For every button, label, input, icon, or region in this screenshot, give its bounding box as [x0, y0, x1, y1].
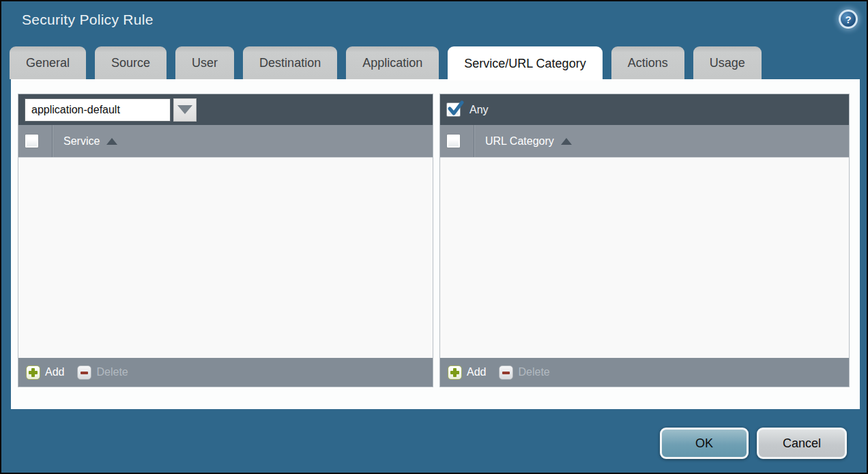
minus-icon: [499, 365, 513, 380]
service-delete-button[interactable]: Delete: [77, 365, 128, 380]
minus-icon: [77, 365, 91, 380]
service-column-label: Service: [63, 135, 100, 148]
tab-user[interactable]: User: [175, 46, 234, 79]
service-panel-footer: Add Delete: [18, 358, 433, 387]
chevron-down-icon: [177, 105, 192, 114]
service-panel-toolbar: application-default: [18, 94, 433, 125]
url-category-list: [440, 158, 849, 358]
service-type-dropdown[interactable]: application-default: [25, 98, 171, 122]
url-category-column-sort[interactable]: URL Category: [485, 135, 572, 148]
tab-source[interactable]: Source: [95, 46, 167, 79]
url-category-select-all-cell: [440, 125, 474, 157]
security-policy-rule-dialog: Security Policy Rule ? General Source Us…: [0, 0, 868, 474]
service-list: [18, 158, 433, 358]
url-category-select-all-checkbox[interactable]: [446, 134, 461, 148]
url-category-column-header: URL Category: [440, 125, 849, 158]
tab-actions[interactable]: Actions: [611, 46, 684, 79]
any-label: Any: [469, 104, 489, 116]
sort-ascending-icon: [561, 138, 572, 145]
service-add-button[interactable]: Add: [26, 365, 64, 380]
url-category-panel-footer: Add Delete: [440, 358, 849, 387]
any-checkbox[interactable]: [446, 102, 461, 117]
sort-ascending-icon: [106, 138, 117, 145]
any-row: Any: [446, 102, 489, 117]
help-button[interactable]: ?: [839, 10, 858, 29]
tab-application[interactable]: Application: [346, 46, 439, 79]
plus-icon: [448, 365, 462, 380]
service-panel: application-default Service A: [18, 94, 433, 387]
url-category-panel-toolbar: Any: [440, 94, 849, 125]
service-select-all-cell: [18, 125, 53, 157]
url-category-add-button[interactable]: Add: [448, 365, 486, 380]
ok-button[interactable]: OK: [660, 428, 749, 459]
service-url-category-tab-panel: application-default Service A: [11, 79, 860, 409]
tab-bar: General Source User Destination Applicat…: [10, 46, 762, 79]
tab-usage[interactable]: Usage: [693, 46, 762, 79]
tab-general[interactable]: General: [10, 46, 86, 79]
question-mark-icon: ?: [845, 14, 851, 25]
url-category-panel: Any URL Category Add: [439, 94, 850, 387]
service-type-dropdown-button[interactable]: [173, 98, 197, 122]
dialog-title: Security Policy Rule: [22, 12, 154, 28]
service-select-all-checkbox[interactable]: [25, 134, 39, 148]
service-type-dropdown-value: application-default: [31, 104, 120, 116]
tab-destination[interactable]: Destination: [243, 46, 337, 79]
url-category-delete-button[interactable]: Delete: [499, 365, 549, 380]
url-category-column-label: URL Category: [485, 135, 554, 148]
plus-icon: [26, 365, 40, 380]
service-column-header: Service: [18, 125, 433, 158]
tab-service-url-category[interactable]: Service/URL Category: [448, 46, 602, 81]
service-column-sort[interactable]: Service: [63, 135, 117, 148]
cancel-button[interactable]: Cancel: [757, 428, 847, 459]
checkmark-icon: [446, 100, 465, 119]
